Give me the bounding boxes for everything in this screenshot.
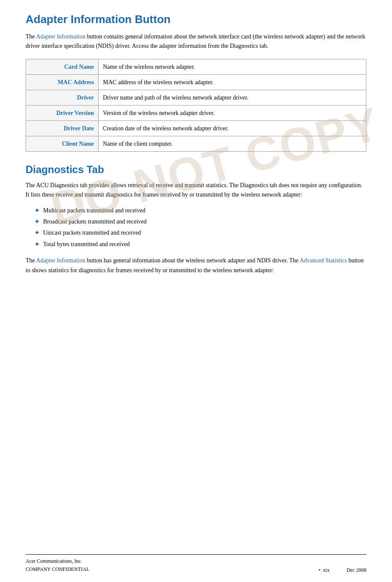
footer-page-num: xix: [323, 567, 329, 573]
table-label-cell: MAC Address: [26, 74, 99, 90]
footer-date: Dec 2008: [347, 567, 366, 573]
footer-left: Acer Communications, Inc. COMPANY CONFID…: [26, 557, 89, 573]
table-label-cell: Driver Version: [26, 105, 99, 121]
list-item: ✦Unicast packets transmitted and receive…: [34, 228, 366, 238]
footer-right: • xix Dec 2008: [319, 567, 366, 573]
table-label-cell: Card Name: [26, 59, 99, 74]
adapter-info-table: Card NameName of the wireless network ad…: [26, 59, 366, 152]
table-row: Driver DateCreation date of the wireless…: [26, 121, 366, 136]
list-item-text: Broadcast packets transmitted and receiv…: [43, 217, 147, 226]
diagnostics-paragraph2: The Adapter Information button has gener…: [26, 256, 366, 275]
footer-company: Acer Communications, Inc.: [26, 557, 89, 565]
bullet-icon: ✦: [34, 206, 40, 215]
table-value-cell: Name of the wireless network adapter.: [99, 59, 366, 74]
adapter-info-link2[interactable]: Adapter Information: [36, 257, 85, 264]
diagnostics-section: Diagnostics Tab The ACU Diagnostics tab …: [26, 164, 366, 275]
intro-text-before: The: [26, 33, 36, 40]
footer-bullet: •: [319, 567, 320, 573]
bullet-icon: ✦: [34, 217, 40, 226]
footer: Acer Communications, Inc. COMPANY CONFID…: [26, 554, 366, 573]
adapter-info-link[interactable]: Adapter Information: [36, 33, 85, 40]
list-item: ✦Broadcast packets transmitted and recei…: [34, 217, 366, 226]
bullet-icon: ✦: [34, 240, 40, 249]
diagnostics-paragraph1: The ACU Diagnostics tab provides allows …: [26, 181, 366, 200]
table-value-cell: MAC address of the wireless network adap…: [99, 74, 366, 90]
table-label-cell: Driver: [26, 90, 99, 105]
table-value-cell: Driver name and path of the wireless net…: [99, 90, 366, 105]
footer-confidential: COMPANY CONFIDENTIAL: [26, 565, 89, 573]
table-row: Card NameName of the wireless network ad…: [26, 59, 366, 74]
bullet-icon: ✦: [34, 228, 40, 238]
table-row: MAC AddressMAC address of the wireless n…: [26, 74, 366, 90]
page-content: Adapter Information Button The Adapter I…: [0, 0, 392, 307]
section-title-adapter: Adapter Information Button: [26, 13, 366, 26]
table-value-cell: Version of the wireless network adapter …: [99, 105, 366, 121]
para2-text-before1: The: [26, 257, 36, 264]
list-item-text: Unicast packets transmitted and received: [43, 228, 141, 238]
table-label-cell: Client Name: [26, 136, 99, 151]
table-value-cell: Name of the client computer.: [99, 136, 366, 151]
para2-text-middle: button has general information about the…: [85, 257, 300, 264]
intro-paragraph: The Adapter Information button contains …: [26, 32, 366, 51]
table-row: Driver VersionVersion of the wireless ne…: [26, 105, 366, 121]
list-item-text: Multicast packets transmitted and receiv…: [43, 206, 145, 215]
list-item: ✦Multicast packets transmitted and recei…: [34, 206, 366, 215]
list-item: ✦Total bytes transmitted and received: [34, 240, 366, 249]
table-value-cell: Creation date of the wireless network ad…: [99, 121, 366, 136]
list-item-text: Total bytes transmitted and received: [43, 240, 130, 249]
advanced-statistics-link[interactable]: Advanced Statistics: [300, 257, 347, 264]
table-label-cell: Driver Date: [26, 121, 99, 136]
table-row: DriverDriver name and path of the wirele…: [26, 90, 366, 105]
diagnostics-bullet-list: ✦Multicast packets transmitted and recei…: [34, 206, 366, 250]
section-title-diagnostics: Diagnostics Tab: [26, 164, 366, 176]
table-row: Client NameName of the client computer.: [26, 136, 366, 151]
